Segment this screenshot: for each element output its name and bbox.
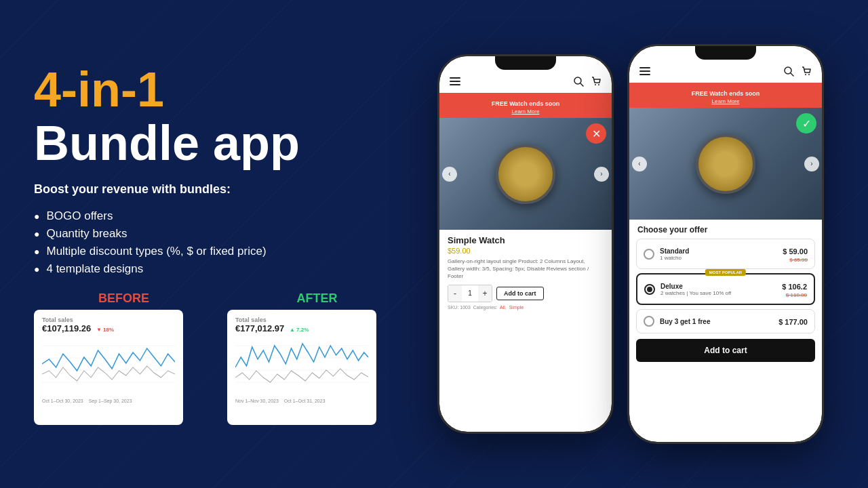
before-chart: Total sales €107,119.26 ▼ 18% bbox=[34, 310, 183, 425]
phone2-offer-deluxe-price: $ 106.2 bbox=[782, 283, 807, 291]
phone2-offer-standard-details: Standard 1 watcho bbox=[660, 247, 777, 261]
before-block: BEFORE Total sales €107,119.26 ▼ 18% bbox=[34, 291, 214, 425]
phone2-offer-buy3-name: Buy 3 get 1 free bbox=[660, 318, 773, 325]
phone1-status-badge: ✕ bbox=[586, 123, 606, 144]
after-chart-svg bbox=[235, 333, 368, 394]
phone1-action-icons bbox=[572, 75, 602, 87]
before-after-section: BEFORE Total sales €107,119.26 ▼ 18% bbox=[34, 291, 407, 425]
main-container: 4-in-1 Bundle app Boost your revenue wit… bbox=[0, 0, 868, 488]
phone2-search-icon[interactable] bbox=[783, 65, 795, 77]
feature-discounts: Multiple discount types (%, $ or fixed p… bbox=[34, 243, 407, 260]
svg-line-12 bbox=[580, 83, 583, 86]
before-chart-legend: Oct 1–Oct 30, 2023 Sep 1–Sep 30, 2023 bbox=[42, 399, 175, 403]
before-chart-title: Total sales bbox=[42, 317, 175, 323]
phone2-offer-deluxe-pricing: $ 106.2 $ 118.00 bbox=[782, 280, 807, 298]
phone2-menu-icon[interactable] bbox=[639, 65, 651, 77]
phone1: FREE Watch ends soon Learn More ‹ › ✕ Si… bbox=[437, 54, 614, 434]
after-chart-title: Total sales bbox=[235, 317, 368, 323]
phone1-product-desc: Gallery-on-right layout single Product: … bbox=[448, 258, 604, 281]
phone1-carousel-prev[interactable]: ‹ bbox=[442, 167, 457, 182]
phone2-offer-standard-pricing: $ 59.00 $ 65.99 bbox=[783, 245, 808, 263]
phone1-product-info: Simple Watch $59.00 Gallery-on-right lay… bbox=[439, 230, 612, 314]
phone2-radio-standard bbox=[644, 249, 654, 260]
phone2-offer-standard-old-price: $ 65.99 bbox=[783, 257, 808, 263]
left-section: 4-in-1 Bundle app Boost your revenue wit… bbox=[34, 63, 407, 425]
phone2-promo-link[interactable]: Learn More bbox=[632, 98, 819, 104]
subtitle: Boost your revenue with bundles: bbox=[34, 182, 407, 197]
phone1-screen: FREE Watch ends soon Learn More ‹ › ✕ Si… bbox=[439, 56, 612, 432]
before-chart-svg bbox=[42, 333, 175, 394]
phone2-radio-buy3 bbox=[644, 316, 654, 327]
phone2-carousel-prev[interactable]: ‹ bbox=[632, 157, 647, 171]
phone2-offer-standard-price: $ 59.00 bbox=[783, 247, 808, 256]
title-highlight: 4-in-1 bbox=[34, 62, 164, 117]
before-chart-badge: ▼ 18% bbox=[96, 327, 114, 333]
phone2-promo-text: FREE Watch ends soon bbox=[692, 90, 760, 97]
phone2-product-image: ‹ › ✓ bbox=[629, 108, 822, 220]
phone1-cat-link2[interactable]: Simple bbox=[509, 305, 524, 310]
phones-section: FREE Watch ends soon Learn More ‹ › ✕ Si… bbox=[427, 44, 834, 444]
svg-rect-9 bbox=[450, 81, 460, 82]
main-title: 4-in-1 Bundle app bbox=[34, 63, 407, 170]
phone2-status-badge: ✓ bbox=[796, 113, 816, 134]
phone1-product-price: $59.00 bbox=[448, 247, 604, 255]
phone2-offer-deluxe[interactable]: MOST POPULAR Deluxe 2 watches | You save… bbox=[636, 273, 815, 305]
svg-rect-10 bbox=[450, 84, 460, 85]
phone1-sku-row: SKU: 1003 Categories: All, Simple bbox=[448, 305, 604, 310]
phone1-qty-minus[interactable]: - bbox=[448, 285, 462, 302]
phone2-cart-icon[interactable] bbox=[800, 65, 812, 77]
phone2-most-popular-badge: MOST POPULAR bbox=[705, 269, 746, 276]
after-chart-legend: Nov 1–Nov 30, 2023 Oct 1–Oct 31, 2023 bbox=[235, 399, 368, 403]
phone2-offer-buy3-price: $ 177.00 bbox=[778, 318, 808, 326]
svg-rect-16 bbox=[639, 70, 650, 72]
phone2-choose-offer-label: Choose your offer bbox=[629, 220, 822, 239]
phone2-offer-deluxe-details: Deluxe 2 watches | You save 10% off bbox=[660, 283, 776, 296]
phone2-offer-buy3[interactable]: Buy 3 get 1 free $ 177.00 bbox=[636, 309, 815, 333]
phone1-carousel-next[interactable]: › bbox=[594, 167, 609, 182]
phone1-promo-text: FREE Watch ends soon bbox=[492, 100, 560, 107]
phone1-promo-link[interactable]: Learn More bbox=[442, 108, 609, 115]
phone1-qty-control[interactable]: - 1 + bbox=[448, 285, 492, 302]
after-block: AFTER Total sales €177,012.97 ▲ 7.2% bbox=[227, 291, 407, 425]
phone1-product-image: ‹ › ✕ bbox=[439, 118, 612, 230]
phone2: FREE Watch ends soon Learn More ‹ › ✓ Ch… bbox=[627, 44, 824, 444]
phone1-add-cart-button[interactable]: Add to cart bbox=[496, 287, 544, 300]
after-label: AFTER bbox=[227, 291, 407, 306]
phone2-offer-standard-sub: 1 watcho bbox=[660, 255, 777, 261]
phone2-offer-buy3-pricing: $ 177.00 bbox=[778, 315, 808, 327]
phone1-notch bbox=[495, 56, 556, 70]
phone2-promo-banner[interactable]: FREE Watch ends soon Learn More bbox=[629, 83, 822, 108]
phone2-notch bbox=[695, 46, 756, 60]
before-chart-value: €107,119.26 ▼ 18% bbox=[42, 323, 175, 333]
svg-rect-8 bbox=[450, 77, 460, 79]
phone2-watch-illustration bbox=[629, 108, 822, 220]
phone1-menu-icon[interactable] bbox=[449, 75, 461, 87]
phone1-product-name: Simple Watch bbox=[448, 235, 604, 245]
phone2-offer-list: Standard 1 watcho $ 59.00 $ 65.99 MOST P… bbox=[629, 239, 822, 333]
phone2-screen: FREE Watch ends soon Learn More ‹ › ✓ Ch… bbox=[629, 46, 822, 442]
phone2-add-cart-button[interactable]: Add to cart bbox=[636, 339, 815, 362]
phone1-cart-icon[interactable] bbox=[590, 75, 602, 87]
phone2-radio-deluxe bbox=[644, 284, 655, 295]
svg-point-14 bbox=[598, 84, 599, 85]
phone2-carousel-next[interactable]: › bbox=[804, 157, 819, 171]
phone1-qty-plus[interactable]: + bbox=[478, 285, 492, 302]
svg-point-20 bbox=[805, 74, 806, 75]
phone1-qty-value: 1 bbox=[462, 285, 478, 302]
feature-bogo: BOGO offers bbox=[34, 207, 407, 225]
features-list: BOGO offers Quantity breaks Multiple dis… bbox=[34, 207, 407, 278]
feature-templates: 4 template designs bbox=[34, 260, 407, 278]
after-chart: Total sales €177,012.97 ▲ 7.2% bbox=[227, 310, 376, 425]
phone1-search-icon[interactable] bbox=[572, 75, 585, 87]
phone1-cat-link1[interactable]: All bbox=[500, 305, 505, 310]
svg-rect-17 bbox=[639, 74, 650, 75]
after-chart-value: €177,012.97 ▲ 7.2% bbox=[235, 323, 368, 333]
feature-qty: Quantity breaks bbox=[34, 225, 407, 243]
svg-rect-15 bbox=[639, 67, 650, 68]
phone2-action-icons bbox=[783, 65, 812, 77]
phone1-add-cart-row: - 1 + Add to cart bbox=[448, 285, 604, 302]
before-label: BEFORE bbox=[34, 291, 214, 306]
phone1-promo-banner[interactable]: FREE Watch ends soon Learn More bbox=[439, 93, 612, 118]
phone2-offer-standard[interactable]: Standard 1 watcho $ 59.00 $ 65.99 bbox=[636, 239, 815, 269]
svg-point-21 bbox=[808, 74, 810, 75]
